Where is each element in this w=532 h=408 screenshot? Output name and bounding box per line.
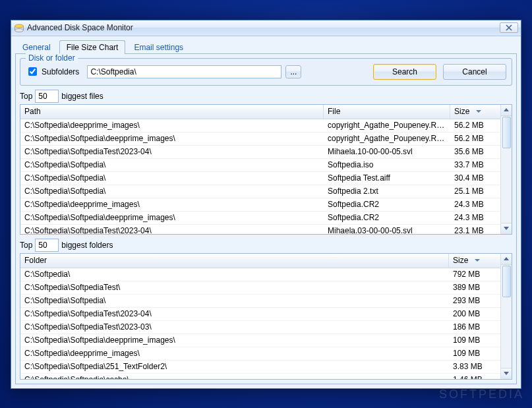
svg-point-1 [15,24,24,28]
cell-size: 200 MB [449,309,500,318]
cell-folder: C:\Softpedia\Softpedia\cache\ [20,375,449,379]
cell-file: Softpedia.CR2 [324,200,450,209]
table-row[interactable]: C:\Softpedia\Softpedia\Softpedia Test.ai… [20,172,500,185]
tab-general[interactable]: General [15,40,58,54]
cell-size: 1.46 MB [449,375,500,379]
scroll-up-button[interactable] [501,254,512,265]
files-top-input[interactable] [35,90,59,103]
table-row[interactable]: C:\Softpedia\deepprime_images\109 MB [20,347,500,361]
folders-top-input[interactable] [35,239,59,252]
chevron-up-icon [504,108,509,111]
scroll-thumb[interactable] [502,117,511,148]
cell-path: C:\Softpedia\Softpedia\deepprime_images\ [20,134,324,143]
main-window: Advanced Disk Space Monitor General File… [11,20,521,389]
cell-file: Softpedia.iso [324,160,450,169]
cell-path: C:\Softpedia\deepprime_images\ [20,121,324,130]
cell-size: 24.3 MB [450,213,500,222]
table-row[interactable]: C:\Softpedia\Softpedia\cache\1.46 MB [20,374,500,379]
svg-point-0 [15,29,24,32]
cell-size: 109 MB [449,349,500,358]
files-header-size[interactable]: Size [450,105,500,119]
cell-size: 25.1 MB [450,187,500,196]
cell-size: 24.3 MB [450,200,500,209]
table-row[interactable]: C:\Softpedia\Softpedia\deepprime_images\… [20,334,500,347]
folders-table: Folder Size C:\Softpedia\792 MBC:\Softpe… [20,253,512,380]
table-row[interactable]: C:\Softpedia\SoftpediaTest\2023-03\186 M… [20,321,500,334]
cell-folder: C:\Softpedia\SoftpediaTest\2023-03\ [20,322,449,332]
table-row[interactable]: C:\Softpedia\Softpedia\deepprime_images\… [20,132,500,146]
search-button[interactable]: Search [373,64,436,80]
cell-size: 56.2 MB [450,121,500,130]
cell-folder: C:\Softpedia\Softpedia\251_TextFolder2\ [20,362,449,371]
folders-top-prefix: Top [20,241,32,250]
titlebar[interactable]: Advanced Disk Space Monitor [11,20,521,36]
files-header-file[interactable]: File [324,105,450,119]
cell-file: copyright_Agathe_Poupeney.RAF [324,121,450,130]
sort-desc-icon [476,110,481,113]
close-button[interactable] [500,22,518,33]
cell-size: 792 MB [449,270,500,279]
tab-bar: General File Size Chart Email settings [15,40,517,54]
table-row[interactable]: C:\Softpedia\SoftpediaTest\389 MB [20,281,500,295]
files-top-row: Top biggest files [20,90,512,103]
cell-size: 23.1 MB [450,226,500,234]
cell-file: Softpedia 2.txt [324,187,450,196]
cancel-button[interactable]: Cancel [443,64,506,80]
watermark: SOFTPEDIA [439,388,524,401]
chevron-up-icon [504,257,509,260]
cell-file: Mihaela.03-00-00-05.svl [324,226,450,234]
disk-or-folder-group: Disk or folder Subfolders ... Search Can… [20,58,512,86]
window-title: Advanced Disk Space Monitor [27,23,500,32]
cell-path: C:\Softpedia\SoftpediaTest\2023-04\ [20,147,324,156]
files-top-prefix: Top [20,92,32,101]
folders-top-suffix: biggest folders [61,241,113,250]
table-row[interactable]: C:\Softpedia\SoftpediaTest\2023-04\Mihae… [20,225,500,234]
path-input[interactable] [87,65,281,78]
tab-file-size-chart[interactable]: File Size Chart [59,40,126,54]
files-top-suffix: biggest files [61,92,103,101]
files-scrollbar[interactable] [500,105,512,234]
cell-path: C:\Softpedia\Softpedia\deepprime_images\ [20,213,324,222]
cell-path: C:\Softpedia\Softpedia\ [20,160,324,169]
table-row[interactable]: C:\Softpedia\SoftpediaTest\2023-04\Mihae… [20,146,500,159]
table-row[interactable]: C:\Softpedia\Softpedia\293 MB [20,295,500,308]
table-row[interactable]: C:\Softpedia\Softpedia\deepprime_images\… [20,212,500,225]
scroll-down-button[interactable] [501,223,512,234]
cell-folder: C:\Softpedia\SoftpediaTest\2023-04\ [20,309,449,318]
folders-header-folder[interactable]: Folder [20,254,449,268]
scroll-up-button[interactable] [501,105,512,116]
table-row[interactable]: C:\Softpedia\Softpedia\251_TextFolder2\3… [20,361,500,374]
group-legend: Disk or folder [26,53,78,63]
table-row[interactable]: C:\Softpedia\SoftpediaTest\2023-04\200 M… [20,308,500,321]
chevron-down-icon [504,227,509,230]
tab-panel: Disk or folder Subfolders ... Search Can… [15,53,517,384]
files-header-path[interactable]: Path [20,105,324,119]
cell-size: 33.7 MB [450,160,500,169]
table-row[interactable]: C:\Softpedia\Softpedia\Softpedia.iso33.7… [20,159,500,172]
folders-scrollbar[interactable] [500,254,512,379]
table-row[interactable]: C:\Softpedia\Softpedia\Softpedia 2.txt25… [20,185,500,198]
folders-top-row: Top biggest folders [20,239,512,252]
subfolders-label: Subfolders [42,67,79,76]
cell-size: 56.2 MB [450,134,500,143]
browse-button[interactable]: ... [285,65,301,78]
cell-path: C:\Softpedia\Softpedia\ [20,173,324,183]
cell-folder: C:\Softpedia\Softpedia\deepprime_images\ [20,335,449,345]
cell-file: copyright_Agathe_Poupeney.RAF [324,134,450,143]
cell-path: C:\Softpedia\deepprime_images\ [20,200,324,209]
subfolders-checkbox-wrap[interactable]: Subfolders [26,65,79,78]
subfolders-checkbox[interactable] [28,67,37,76]
cell-file: Softpedia.CR2 [324,213,450,222]
folders-header-size[interactable]: Size [449,254,500,268]
table-row[interactable]: C:\Softpedia\deepprime_images\Softpedia.… [20,198,500,212]
app-icon [14,22,24,33]
cell-folder: C:\Softpedia\SoftpediaTest\ [20,283,449,292]
tab-email-settings[interactable]: Email settings [127,40,191,54]
cell-size: 30.4 MB [450,173,500,183]
cell-size: 293 MB [449,296,500,305]
sort-desc-icon [475,259,480,262]
scroll-thumb[interactable] [502,266,511,297]
table-row[interactable]: C:\Softpedia\792 MB [20,268,500,281]
table-row[interactable]: C:\Softpedia\deepprime_images\copyright_… [20,119,500,132]
scroll-down-button[interactable] [501,368,512,379]
